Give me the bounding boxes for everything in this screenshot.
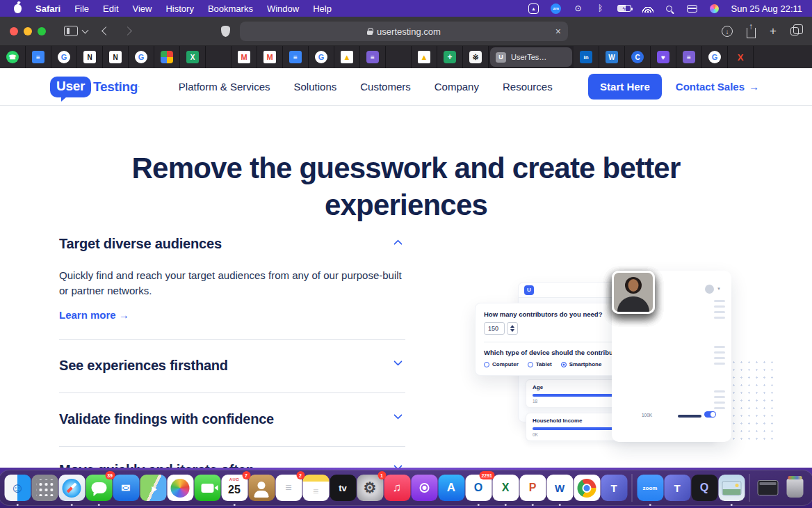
linkedin-favicon[interactable]: in [574,46,599,68]
apple-tv-icon[interactable]: tv [330,475,356,501]
excel-icon[interactable]: X [492,475,519,501]
app-menubar-icon[interactable]: ▲ [528,2,539,15]
new-tab-icon[interactable]: + [770,24,777,38]
app-store-icon[interactable]: A [438,475,464,501]
outlook-icon[interactable]: 2291 O [465,475,492,501]
nav-company[interactable]: Company [435,81,479,93]
excel-favicon[interactable]: X [180,46,206,68]
learn-more-link[interactable]: Learn more → [59,309,405,321]
menu-file[interactable]: File [67,0,96,17]
facetime-icon[interactable] [194,475,220,501]
accordion-header[interactable]: Target diverse audiences [59,235,405,253]
forward-icon[interactable] [123,26,132,35]
menu-window[interactable]: Window [260,0,306,17]
share-icon[interactable] [747,28,756,38]
nav-customers[interactable]: Customers [360,81,411,93]
nav-resources[interactable]: Resources [503,81,553,93]
google-drive-favicon[interactable]: ▲ [412,46,437,68]
finder-icon[interactable]: ☺ [4,475,31,501]
notion-favicon[interactable]: N [77,46,103,68]
maps-icon[interactable]: ▲ [140,475,166,501]
gmail-favicon[interactable]: M [232,46,257,68]
notes-icon[interactable]: ≡ [302,475,329,501]
photos-icon[interactable] [167,475,193,501]
contact-sales-link[interactable]: Contact Sales → [676,81,759,93]
gmail-favicon[interactable]: M [257,46,283,68]
quicktime-icon[interactable]: Q [691,475,717,501]
zoom-icon[interactable]: zoom [637,475,663,501]
menu-bookmarks[interactable]: Bookmarks [201,0,260,17]
dock-separator[interactable] [749,474,750,502]
notion-favicon[interactable]: N [103,46,129,68]
chevron-down-icon[interactable] [82,26,89,33]
menu-history[interactable]: History [159,0,200,17]
google-drive-favicon[interactable]: ▲ [334,46,360,68]
calendar-icon[interactable]: 7 AUG 25 [221,475,247,501]
bluetooth-icon[interactable]: ᛒ [595,2,606,15]
teams-icon[interactable]: T [664,475,690,501]
accordion-header[interactable]: Validate findings with confidence [59,410,405,428]
whatsapp-favicon[interactable]: ☎ [0,46,26,68]
start-here-button[interactable]: Start Here [588,74,662,100]
c-circle-favicon[interactable]: C [625,46,651,68]
purple-heart-favicon[interactable]: ♥ [651,46,676,68]
contacts-icon[interactable] [248,475,275,501]
back-icon[interactable] [102,26,111,35]
color-grid-favicon[interactable] [154,46,180,68]
pictures-icon[interactable] [718,475,745,501]
accordion-header[interactable]: See experiences firsthand [59,356,405,374]
system-settings-icon[interactable]: 1 ⚙ [357,475,383,501]
tabs-overview-icon[interactable] [790,27,799,35]
display-color-icon[interactable] [709,2,720,15]
google-docs-favicon[interactable]: ≡ [26,46,51,68]
word-favicon[interactable]: W [599,46,625,68]
powerpoint-icon[interactable]: P [519,475,546,501]
zoom-window-button[interactable] [38,27,46,35]
orange-ring-favicon[interactable] [206,46,232,68]
menu-help[interactable]: Help [306,0,339,17]
green-plus-favicon[interactable]: + [437,46,463,68]
trash-icon[interactable] [781,475,808,501]
sidebar-icon[interactable] [64,26,78,36]
wifi-icon[interactable] [642,2,653,15]
nav-solutions[interactable]: Solutions [294,81,337,93]
teams-icon[interactable]: T [601,475,627,501]
purple-list-favicon[interactable]: ≡ [360,46,386,68]
accordion-header[interactable]: Move quickly and iterate often [59,461,405,468]
close-window-button[interactable] [10,27,18,35]
address-bar[interactable]: usertesting.com × [240,22,568,41]
apple-menu[interactable] [7,4,29,13]
active-tab[interactable]: U UserTes… [490,47,572,67]
safari-icon[interactable] [58,475,85,501]
compass-favicon[interactable] [386,46,412,68]
word-icon[interactable]: W [546,475,573,501]
menu-edit[interactable]: Edit [96,0,125,17]
spotlight-search-icon[interactable] [665,2,676,15]
podcasts-icon[interactable] [411,475,437,501]
purple-list-favicon[interactable]: ≡ [676,46,702,68]
zoom-menubar-icon[interactable]: zm [551,2,562,15]
messages-icon[interactable]: 39 [86,475,112,501]
menubar-clock[interactable]: Sun 25 Aug 22:11 [731,3,805,14]
google-favicon[interactable]: G [702,46,728,68]
mail-icon[interactable]: ✉ [113,475,139,501]
shield-icon[interactable] [221,26,230,37]
circle-status-icon[interactable]: ⊙ [573,2,584,15]
dock-separator[interactable] [632,474,633,502]
menu-safari[interactable]: Safari [29,0,67,17]
red-x-favicon[interactable]: X [728,46,754,68]
launchpad-icon[interactable] [31,475,58,501]
chrome-icon[interactable] [574,475,600,501]
close-icon[interactable]: × [555,26,561,37]
download-icon[interactable]: ↓ [722,26,733,37]
minimize-window-button[interactable] [24,27,32,35]
google-docs-favicon[interactable]: ≡ [283,46,309,68]
music-icon[interactable]: ♫ [384,475,410,501]
usertesting-logo[interactable]: User Testing · [50,77,140,97]
google-favicon[interactable]: G [309,46,334,68]
google-favicon[interactable]: G [129,46,154,68]
nav-platform-services[interactable]: Platform & Services [179,81,270,93]
control-center-icon[interactable] [687,2,698,15]
battery-icon[interactable]: ϟ [617,2,631,15]
menu-view[interactable]: View [126,0,159,17]
